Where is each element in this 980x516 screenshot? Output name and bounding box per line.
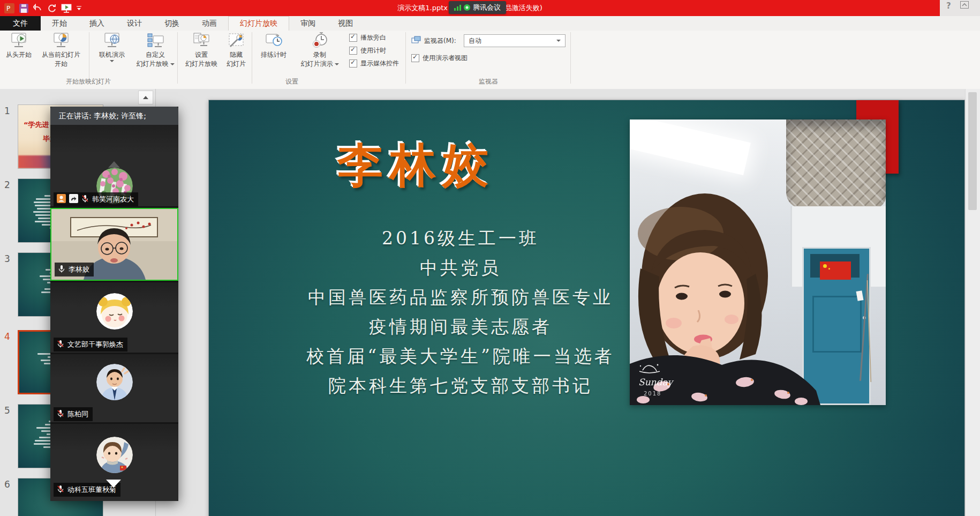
thumbnail-number: 5 [4, 405, 16, 416]
avatar [96, 293, 133, 330]
screen-pie-icon [52, 32, 70, 50]
slide-text-line: 2016级生工一班 [273, 223, 648, 253]
participant-name: 李林姣 [69, 265, 89, 274]
thumb1-title: “学先进 [24, 120, 49, 130]
participant-name: 文艺部干事郭焕杰 [67, 340, 123, 349]
participant-tile[interactable]: 韩笑河南农大 [50, 125, 178, 206]
hide-slide-button[interactable]: 隐藏 幻灯片 [223, 32, 250, 68]
setup-show-icon [192, 32, 210, 50]
ribbon: 从头开始 从当前幻灯片 开始 联机演示 自定义 幻灯片放映 开始放映幻灯片 设置… [0, 31, 980, 89]
use-presenter-view-checkbox[interactable]: 使用演示者视图 [411, 53, 468, 63]
tab-home[interactable]: 开始 [41, 16, 78, 31]
thumbnail-number-selected: 4 [4, 331, 16, 342]
slide-text-line: 院本科生第七党支部支部书记 [273, 371, 648, 400]
checkbox-checked-icon [349, 34, 357, 42]
slide-title[interactable]: 李林姣 [337, 134, 495, 197]
titlebar-right-corner: ? [940, 0, 980, 17]
editor-vertical-scrollbar[interactable] [965, 89, 980, 516]
slide-body-text[interactable]: 2016级生工一班 中共党员 中国兽医药品监察所预防兽医专业 疫情期间最美志愿者… [273, 223, 648, 400]
custom-show-dropdown-icon[interactable] [170, 63, 175, 65]
hat-doodle-icon [638, 362, 661, 375]
monitor-label: 监视器(M): [424, 36, 456, 46]
checkbox-checked-icon [349, 59, 357, 68]
host-icon [57, 194, 66, 205]
scrollbar-thumb[interactable] [968, 92, 977, 210]
group-label-start-show: 开始放映幻灯片 [35, 77, 142, 86]
thumbnail-number: 3 [4, 253, 16, 264]
custom-show-icon [146, 32, 164, 50]
participant-name-bar: 文艺部干事郭焕杰 [54, 338, 127, 352]
from-beginning-button[interactable]: 从头开始 [3, 32, 34, 59]
tab-transition[interactable]: 切换 [153, 16, 191, 31]
monitor-select-value: 自动 [469, 36, 481, 46]
meeting-status-icon [464, 3, 470, 13]
ceiling-light [630, 119, 751, 175]
scroll-up-indicator-icon[interactable] [108, 161, 120, 168]
tab-file[interactable]: 文件 [0, 16, 41, 31]
screen-play-icon [10, 32, 28, 50]
participant-tile[interactable]: 陈柏同 [50, 354, 178, 422]
group-label-setup: 设置 [238, 77, 345, 86]
rehearse-timings-button[interactable]: 排练计时 [255, 32, 292, 59]
custom-slideshow-button[interactable]: 自定义 幻灯片放映 [134, 32, 177, 68]
cartoon-girl-avatar-image [96, 293, 133, 330]
microphone-muted-icon [57, 409, 64, 419]
tab-insert[interactable]: 插入 [78, 16, 116, 31]
participant-video-speaking[interactable]: 李林姣 [50, 208, 178, 281]
meeting-badge-label: 腾讯会议 [473, 3, 501, 12]
tab-view[interactable]: 视图 [327, 16, 364, 31]
participant-name-bar: 韩笑河南农大 [54, 192, 138, 206]
record-slideshow-button[interactable]: 录制 幻灯片演示 [295, 32, 345, 68]
record-show-dropdown-icon[interactable] [335, 63, 339, 65]
monitor-select[interactable]: 自动 [464, 34, 566, 47]
tab-animation[interactable]: 动画 [191, 16, 228, 31]
tab-design[interactable]: 设计 [116, 16, 153, 31]
portrait-photo[interactable]: Sunday 2018 [630, 119, 886, 405]
tab-slideshow[interactable]: 幻灯片放映 [228, 16, 289, 31]
ribbon-display-options-icon[interactable] [960, 1, 969, 11]
title-bar: P 演示文稿1.pptx - PowerPoint (产品激活失败) [0, 0, 940, 16]
from-current-slide-button[interactable]: 从当前幻灯片 开始 [34, 32, 88, 68]
tab-review[interactable]: 审阅 [289, 16, 327, 31]
use-timings-checkbox[interactable]: 使用计时 [349, 46, 386, 55]
slide-text-line: 中共党员 [273, 253, 648, 282]
scroll-down-indicator-icon[interactable] [106, 480, 121, 488]
record-clock-icon [311, 32, 329, 50]
slide-text-line: 校首届“最美大学生”院唯一当选者 [273, 341, 648, 371]
thumbnail-scroll-up-button[interactable] [138, 91, 153, 104]
setup-slideshow-button[interactable]: 设置 幻灯片放映 [181, 32, 222, 68]
network-signal-icon [454, 3, 461, 13]
participant-name: 韩笑河南农大 [92, 195, 134, 204]
screen-globe-icon [103, 32, 121, 50]
checkbox-checked-icon [349, 47, 357, 55]
photo-watermark: Sunday 2018 [638, 362, 673, 398]
participant-name-bar: 李林姣 [55, 263, 94, 276]
cartoon-boy-avatar-image [96, 437, 133, 473]
application-window: P 演示文稿1.pptx - PowerPoint (产品激活失败) [0, 0, 980, 516]
participant-name-bar: 陈柏同 [54, 407, 93, 421]
tencent-meeting-badge[interactable]: 腾讯会议 [449, 1, 506, 14]
slide-canvas[interactable]: 李林姣 2016级生工一班 中共党员 中国兽医药品监察所预防兽医专业 疫情期间最… [208, 100, 965, 516]
speaking-now-header: 正在讲话: 李林姣; 许至锋; [50, 107, 178, 125]
show-media-controls-checkbox[interactable]: 显示媒体控件 [349, 58, 399, 68]
ribbon-tab-bar: 文件 开始 插入 设计 切换 动画 幻灯片放映 审阅 视图 [0, 16, 980, 31]
help-icon[interactable]: ? [946, 1, 951, 11]
play-narration-checkbox[interactable]: 播放旁白 [349, 33, 386, 42]
microphone-muted-icon [57, 485, 64, 495]
monitor-icon [411, 36, 421, 46]
avatar [96, 437, 133, 473]
thumbnail-number: 2 [4, 180, 16, 190]
present-online-button[interactable]: 联机演示 [91, 32, 133, 62]
thumbnail-number: 6 [4, 479, 16, 490]
hide-slide-icon [227, 32, 245, 50]
present-online-dropdown-icon[interactable] [110, 60, 114, 62]
participant-tile[interactable]: 文艺部干事郭焕杰 [50, 282, 178, 353]
monitor-row: 监视器(M): [411, 36, 456, 46]
screen-share-icon [69, 194, 78, 205]
participant-tile[interactable]: 动科五班董秋菊 [50, 424, 178, 501]
tencent-meeting-panel[interactable]: 正在讲话: 李林姣; 许至锋; [50, 107, 178, 501]
participant-name: 陈柏同 [67, 409, 88, 419]
group-label-monitors: 监视器 [435, 77, 542, 86]
thumbnail-number: 1 [4, 106, 16, 116]
monitor-select-dropdown-icon [556, 40, 561, 42]
